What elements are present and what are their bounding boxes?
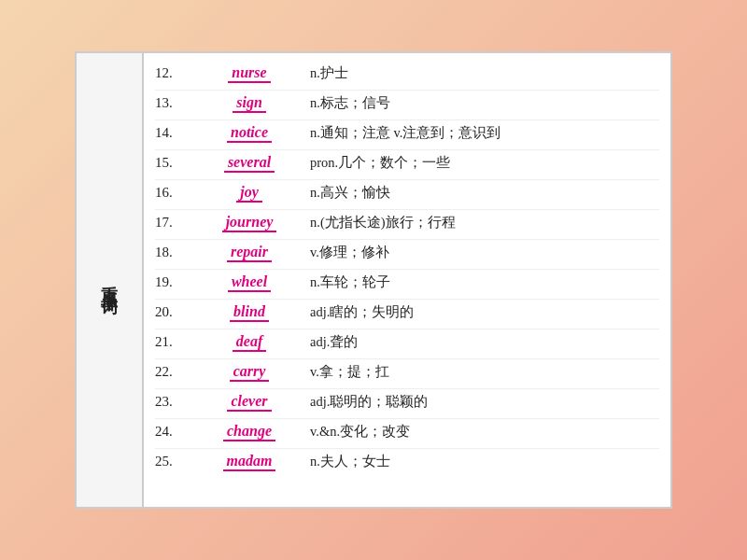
vocabulary-word: clever <box>227 393 271 412</box>
vocabulary-word: change <box>223 423 275 441</box>
word-container: change <box>189 423 310 441</box>
word-container: several <box>189 154 310 173</box>
vocabulary-word: wheel <box>228 273 271 292</box>
vocabulary-word: deaf <box>233 333 266 352</box>
sidebar-text: 重点单词 <box>98 273 120 287</box>
word-definition: n.护士 <box>310 64 659 82</box>
table-row: 14.noticen.通知；注意 v.注意到；意识到 <box>155 120 659 150</box>
vocabulary-word: madam <box>223 453 276 471</box>
row-number: 13. <box>155 95 189 111</box>
word-container: carry <box>189 363 310 382</box>
word-definition: n.(尤指长途)旅行；行程 <box>310 214 659 231</box>
table-row: 20.blindadj.瞎的；失明的 <box>155 300 659 329</box>
table-row: 25.madamn.夫人；女士 <box>155 449 659 479</box>
word-container: notice <box>189 124 310 143</box>
vocab-list: 12.nursen.护士13.signn.标志；信号14.noticen.通知；… <box>144 53 670 507</box>
word-container: nurse <box>189 64 310 83</box>
row-number: 23. <box>155 394 189 410</box>
row-number: 12. <box>155 65 189 81</box>
table-row: 19.wheeln.车轮；轮子 <box>155 270 659 300</box>
row-number: 24. <box>155 424 189 440</box>
vocabulary-word: blind <box>230 303 269 322</box>
row-number: 20. <box>155 304 189 320</box>
table-row: 15.severalpron.几个；数个；一些 <box>155 150 659 180</box>
table-row: 23.cleveradj.聪明的；聪颖的 <box>155 389 659 419</box>
table-row: 17.journeyn.(尤指长途)旅行；行程 <box>155 210 659 240</box>
row-number: 25. <box>155 454 189 469</box>
word-definition: v.拿；提；扛 <box>310 363 659 381</box>
row-number: 21. <box>155 334 189 350</box>
vocabulary-word: sign <box>233 94 266 113</box>
row-number: 14. <box>155 125 189 141</box>
vocabulary-word: carry <box>230 363 270 382</box>
word-container: blind <box>189 303 310 322</box>
word-definition: n.通知；注意 v.注意到；意识到 <box>310 124 659 142</box>
vocabulary-word: repair <box>227 244 272 262</box>
word-definition: n.高兴；愉快 <box>310 184 659 202</box>
vocabulary-word: journey <box>222 214 277 232</box>
word-container: clever <box>189 393 310 412</box>
word-definition: n.车轮；轮子 <box>310 273 659 291</box>
row-number: 17. <box>155 215 189 231</box>
vocabulary-card: 重点单词 12.nursen.护士13.signn.标志；信号14.notice… <box>75 51 672 509</box>
word-definition: adj.聋的 <box>310 333 659 351</box>
word-container: sign <box>189 94 310 113</box>
row-number: 19. <box>155 274 189 290</box>
vocabulary-word: nurse <box>228 64 270 83</box>
row-number: 16. <box>155 185 189 201</box>
table-row: 16.joyn.高兴；愉快 <box>155 180 659 210</box>
word-container: journey <box>189 214 310 232</box>
table-row: 22.carryv.拿；提；扛 <box>155 359 659 389</box>
table-row: 24.changev.&n.变化；改变 <box>155 419 659 449</box>
row-number: 18. <box>155 245 189 260</box>
table-row: 18.repairv.修理；修补 <box>155 240 659 270</box>
word-definition: pron.几个；数个；一些 <box>310 154 659 172</box>
word-definition: adj.瞎的；失明的 <box>310 303 659 321</box>
table-row: 12.nursen.护士 <box>155 61 659 91</box>
word-definition: adj.聪明的；聪颖的 <box>310 393 659 411</box>
word-definition: n.标志；信号 <box>310 94 659 112</box>
word-container: madam <box>189 453 310 471</box>
vocabulary-word: joy <box>236 184 262 203</box>
word-definition: v.修理；修补 <box>310 244 659 261</box>
vocabulary-word: several <box>224 154 275 173</box>
word-container: wheel <box>189 273 310 292</box>
word-container: joy <box>189 184 310 203</box>
sidebar-label: 重点单词 <box>77 53 144 507</box>
word-container: repair <box>189 244 310 262</box>
row-number: 22. <box>155 364 189 380</box>
word-definition: n.夫人；女士 <box>310 453 659 470</box>
word-container: deaf <box>189 333 310 352</box>
table-row: 13.signn.标志；信号 <box>155 91 659 120</box>
row-number: 15. <box>155 155 189 171</box>
vocabulary-word: notice <box>227 124 272 143</box>
word-definition: v.&n.变化；改变 <box>310 423 659 441</box>
table-row: 21.deafadj.聋的 <box>155 329 659 359</box>
